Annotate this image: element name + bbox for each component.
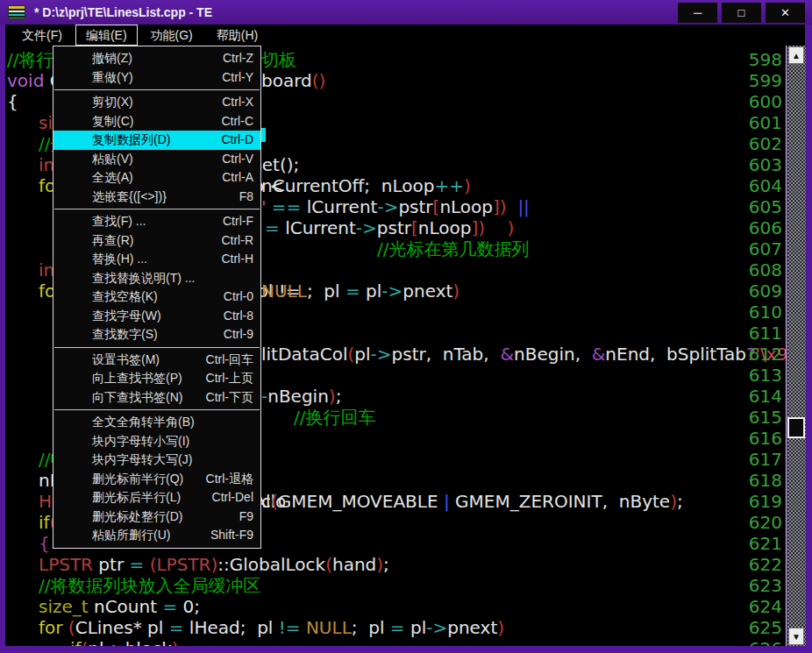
menu-item-label: 查找字母(W) (92, 307, 224, 326)
menu-item-label: 粘贴(V) (92, 150, 222, 169)
menu-item[interactable]: 选嵌套{([<>])}F8 (53, 188, 260, 207)
menu-item-label: 删光标处整行(D) (92, 507, 239, 527)
menu-item-label: 撤销(Z) (92, 49, 223, 68)
line-number: 598 (730, 49, 782, 70)
menu-item[interactable]: 查找字母(W)Ctrl-8 (53, 307, 260, 326)
menu-item[interactable]: 全选(A)Ctrl-A (53, 168, 260, 188)
menu-item-shortcut: Ctrl-Y (222, 68, 253, 88)
maximize-icon: □ (738, 6, 745, 19)
window-title: * D:\z\prj\TE\LinesList.cpp - TE (34, 5, 212, 19)
menu-item[interactable]: 粘贴所删行(U)Shift-F9 (53, 526, 260, 545)
menu-item[interactable]: 剪切(X)Ctrl-X (53, 93, 260, 112)
menu-item-shortcut: Ctrl-退格 (206, 470, 253, 489)
menu-item-label: 设置书签(M) (92, 351, 206, 370)
menu-item-shortcut: Ctrl-Z (223, 49, 253, 68)
code-line-segment: -nBegin); (261, 386, 341, 407)
menubar-item[interactable]: 功能(G) (140, 25, 203, 46)
menu-item-label: 全文全角转半角(B) (92, 413, 253, 432)
menu-separator (54, 89, 260, 90)
line-number: 602 (730, 133, 782, 154)
menu-item-shortcut: Shift-F9 (210, 526, 253, 545)
arrow-up-icon: ▲ (792, 51, 801, 60)
menu-item[interactable]: 块内字母转小写(I) (53, 432, 260, 451)
menu-item[interactable]: 向下查找书签(N)Ctrl-下页 (53, 388, 260, 408)
menu-item[interactable]: 删光标后半行(L)Ctrl-Del (53, 488, 260, 507)
close-button[interactable]: ✕ (766, 3, 805, 23)
line-number: 613 (730, 365, 782, 386)
line-number: 616 (730, 428, 782, 449)
menu-item[interactable]: 复制(C)Ctrl-C (53, 112, 260, 131)
window-controls: ─ □ ✕ (678, 3, 805, 23)
line-number: 624 (730, 596, 782, 617)
line-number: 620 (730, 512, 782, 533)
menu-item-label: 块内字母转大写(J) (92, 451, 253, 470)
scroll-up-button[interactable]: ▲ (788, 46, 804, 64)
menu-separator (54, 409, 260, 410)
menu-item-label: 全选(A) (92, 168, 222, 188)
menu-item-label: 粘贴所删行(U) (92, 526, 210, 545)
menu-item[interactable]: 再查(R)Ctrl-R (53, 231, 260, 251)
maximize-button[interactable]: □ (722, 3, 761, 23)
menu-item[interactable]: 复制数据列(D)Ctrl-D (53, 131, 260, 150)
menu-item-shortcut: F9 (239, 507, 253, 527)
menu-item[interactable]: 块内字母转大写(J) (53, 451, 260, 470)
line-number: 599 (730, 70, 782, 91)
menubar-item[interactable]: 编辑(E) (75, 25, 138, 46)
menu-item-label: 复制(C) (92, 112, 221, 131)
scrollbar-track[interactable] (787, 46, 806, 646)
code-line-segment: size_t nCount = 0; (39, 596, 200, 617)
menu-item-label: 删光标前半行(Q) (92, 470, 206, 489)
menu-item[interactable]: 删光标处整行(D)F9 (53, 507, 260, 527)
menubar-item[interactable]: 文件(F) (11, 25, 73, 46)
menu-item[interactable]: 删光标前半行(Q)Ctrl-退格 (53, 470, 260, 489)
line-number: 612 (730, 344, 782, 365)
minimize-button[interactable]: ─ (678, 3, 717, 23)
menu-item[interactable]: 查找替换说明(T) ... (53, 269, 260, 288)
titlebar[interactable]: * D:\z\prj\TE\LinesList.cpp - TE ─ □ ✕ (0, 0, 812, 25)
scrollbar-thumb[interactable] (787, 417, 805, 438)
menu-separator (54, 347, 260, 348)
menu-item-label: 复制数据列(D) (92, 131, 221, 150)
app-window: * D:\z\prj\TE\LinesList.cpp - TE ─ □ ✕ 文… (0, 0, 812, 653)
code-line-segment: ' == lCurrent->pstr[nLoop]) || (261, 196, 530, 217)
edit-menu-dropdown: 撤销(Z)Ctrl-Z重做(Y)Ctrl-Y剪切(X)Ctrl-X复制(C)Ct… (53, 46, 261, 549)
menu-item[interactable]: 重做(Y)Ctrl-Y (53, 68, 260, 88)
menu-item-label: 查找空格(K) (92, 287, 224, 307)
minimize-icon: ─ (694, 6, 702, 19)
menu-item-label: 替换(H) ... (92, 250, 221, 269)
menu-item-label: 块内字母转小写(I) (92, 432, 253, 451)
menu-item-label: 向上查找书签(P) (92, 369, 206, 388)
menu-item[interactable]: 向上查找书签(P)Ctrl-上页 (53, 369, 260, 388)
menu-item[interactable]: 查找空格(K)Ctrl-0 (53, 287, 260, 307)
line-number: 608 (730, 259, 782, 280)
menu-item-shortcut: Ctrl-Del (212, 488, 253, 507)
menu-item[interactable]: 撤销(Z)Ctrl-Z (53, 49, 260, 68)
line-number: 622 (730, 554, 782, 575)
menubar-item[interactable]: 帮助(H) (206, 25, 268, 46)
menu-item-shortcut: Ctrl-9 (224, 325, 253, 344)
line-number: 615 (730, 407, 782, 428)
menu-item-label: 向下查找书签(N) (92, 388, 206, 408)
vertical-scrollbar[interactable]: ▲ ▼ (786, 46, 805, 646)
menu-item[interactable]: 粘贴(V)Ctrl-V (53, 150, 260, 169)
menu-item-label: 再查(R) (92, 231, 221, 251)
menubar: 文件(F)编辑(E)功能(G)帮助(H) (5, 25, 805, 46)
menu-item[interactable]: 替换(H) ...Ctrl-H (53, 250, 260, 269)
menu-item[interactable]: 设置书签(M)Ctrl-回车 (53, 351, 260, 370)
menu-item-shortcut: Ctrl-上页 (206, 369, 253, 388)
menu-item-shortcut: Ctrl-H (221, 250, 253, 269)
menu-item-shortcut: Ctrl-A (222, 168, 253, 188)
menu-item-shortcut: Ctrl-8 (224, 307, 253, 326)
code-line-segment: board() (261, 70, 325, 91)
menu-item-label: 查找数字(S) (92, 325, 224, 344)
line-number: 600 (730, 91, 782, 112)
menu-item[interactable]: 查找(F) ...Ctrl-F (53, 212, 260, 231)
menu-item-shortcut: Ctrl-R (221, 231, 253, 251)
code-line-segment: for (CLines* pl = lHead; pl != NULL; pl … (39, 617, 504, 638)
menu-item[interactable]: 查找数字(S)Ctrl-9 (53, 325, 260, 344)
menu-item-shortcut: F8 (239, 188, 253, 207)
menu-item-label: 查找替换说明(T) ... (92, 269, 253, 288)
menu-item-shortcut: Ctrl-C (221, 112, 253, 131)
scroll-down-button[interactable]: ▼ (788, 628, 804, 645)
menu-item[interactable]: 全文全角转半角(B) (53, 413, 260, 432)
